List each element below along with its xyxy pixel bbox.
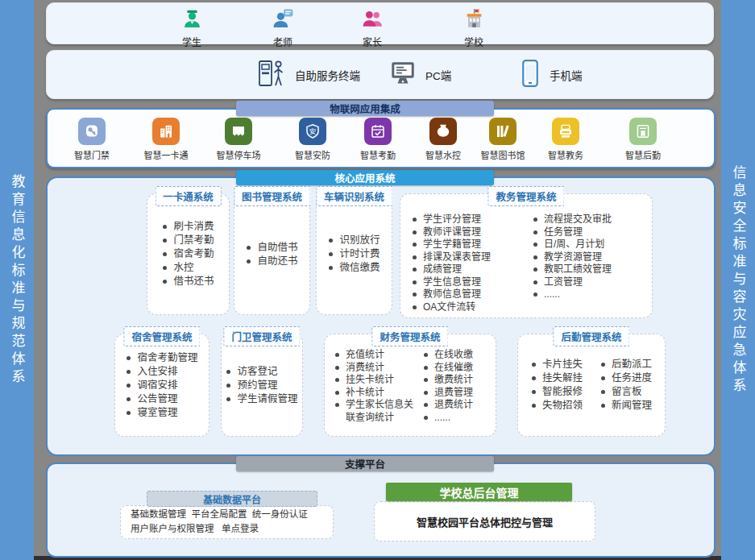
bullet-list-item: 在线催缴 [423,362,492,375]
bullet-list-item: 失物招领 [531,399,583,413]
school-icon [463,8,485,33]
iot-library: 智慧图书馆 [469,118,537,161]
bullet-list-item: ...... [533,288,645,301]
parking-icon [225,118,252,145]
iot-parking: 智慧停车场 [205,118,272,161]
iot-door-access-label: 智慧门禁 [74,148,110,161]
system-box-academic: 教务管理系统 学生评分管理教师评课管理学生学籍管理排课及课表管理成绩管理学生信息… [400,193,653,318]
bullet-list-item: 消费统计 [334,362,418,375]
bullet-list-item: 挂失解挂 [531,371,583,385]
bullet-list-item: 挂失卡统计 [334,374,418,387]
bullet-list-item: 教师评课管理 [412,226,525,239]
bullet-list-item: 教学资源管理 [533,251,645,264]
bullet-list-item: 访客登记 [226,365,297,379]
left-standards-label: 教育信息化标准与规范体系 [7,174,27,387]
system-box-vehicle-title: 车辆识别系统 [316,186,392,206]
student-icon [181,8,203,33]
bullet-list-item: 水控 [162,261,214,275]
bullet-list-item: 学生家长信息关联查询统计 [334,399,418,424]
iot-logistics: 智慧后勤 [609,118,677,161]
bullet-list-item: 任务进度 [600,371,652,385]
user-teacher: 老师 [247,8,319,48]
device-pc: PC端 [390,51,451,98]
core-systems-panel: 核心应用系统 一卡通系统 刷卡消费门禁考勤宿舍考勤水控借书还书 图书管理系统 自… [46,176,716,456]
iot-logistics-label: 智慧后勤 [625,148,661,161]
system-box-library-title: 图书管理系统 [234,186,310,206]
system-box-finance: 财务管理系统 充值统计消费统计挂失卡统计补卡统计学生家长信息关联查询统计 在线收… [324,334,496,437]
right-standards-label: 信息安全标准与容灾应急体系 [728,165,749,396]
user-student-label: 学生 [182,35,201,48]
bullet-list-item: 日/周、月计划 [533,239,645,251]
system-box-onecard: 一卡通系统 刷卡消费门禁考勤宿舍考勤水控借书还书 [147,193,230,315]
user-parents-label: 家长 [363,35,382,48]
academic-icon [552,118,579,145]
bullet-list-item: 调宿安排 [126,379,197,392]
iot-water-label: 智慧水控 [425,148,461,161]
attendance-icon [364,118,392,145]
base-data-platform-text: 基础数据管理 平台全局配置 统一身份认证 用户账户与权限管理 单点登录 [131,508,308,537]
bullet-list-item: 退费统计 [423,399,492,412]
bullet-list-item: 微信缴费 [328,261,380,275]
support-panel-title: 支撑平台 [236,456,494,471]
left-standards-bar: 教育信息化标准与规范体系 [0,0,34,560]
base-data-platform-title: 基础数据平台 [147,491,317,507]
user-parents: 家长 [336,8,409,48]
system-box-logistics: 后勤管理系统 卡片挂失挂失解挂智能报修失物招领 后勤派工任务进度留言板新闻管理 [517,334,666,437]
bullet-list-item: 预约管理 [226,379,297,392]
logistics-icon [629,118,657,145]
teacher-icon [272,8,294,33]
bullet-list-item: 寝室管理 [126,406,197,420]
iot-academic-label: 智慧教务 [548,148,583,161]
bullet-list-item: 教职工绩效管理 [533,263,645,276]
bullet-list-item: 借书还书 [162,275,214,288]
iot-attendance: 智慧考勤 [344,118,412,161]
system-box-logistics-title: 后勤管理系统 [553,326,629,346]
bullet-list-item: 新闻管理 [600,399,652,413]
iot-door-access: 智慧门禁 [58,118,126,161]
system-box-gatekeeper: 门卫管理系统 访客登记预约管理学生请假管理 [221,334,303,437]
desktop-icon [390,60,416,89]
bullet-list-item: 工资管理 [533,276,645,289]
system-box-gatekeeper-title: 门卫管理系统 [223,326,300,346]
bullet-list-item: 后勤派工 [600,358,652,371]
bullet-list-item: 教师信息管理 [412,288,525,301]
library-icon [489,118,516,145]
parents-icon [362,8,384,33]
bullet-list-item: 入住安排 [126,365,197,379]
user-school: 学校 [438,8,510,48]
onecard-icon [152,118,180,145]
system-box-finance-title: 财务管理系统 [371,326,448,346]
iot-parking-label: 智慧停车场 [217,148,261,161]
bullet-list-item: 宿舍考勤管理 [126,351,197,365]
support-platform-panel: 支撑平台 基础数据管理 平台全局配置 统一身份认证 用户账户与权限管理 单点登录… [46,463,716,558]
kiosk-icon [256,57,285,93]
iot-onecard: 智慧一卡通 [132,118,200,161]
bullet-list-item: 退费管理 [423,387,492,400]
bullet-list-item: 宿舍考勤 [162,247,214,261]
bullet-list-item: 在线收缴 [423,349,492,362]
bullet-list-item: OA文件流转 [412,301,525,314]
school-admin-title: 学校总后台管理 [386,483,572,501]
bullet-list-item: 刷卡消费 [162,220,214,234]
bullet-list-item: 流程提交及审批 [533,214,645,226]
device-kiosk: 自助服务终端 [256,51,360,98]
device-pc-label: PC端 [425,67,451,83]
phone-icon [521,59,540,91]
bullet-list-item: 学生信息管理 [412,276,525,289]
right-standards-bar: 信息安全标准与容灾应急体系 [721,0,755,560]
bullet-list-item: 排课及课表管理 [412,251,525,264]
core-panel-title: 核心应用系统 [236,170,494,185]
bullet-list-item: 自助还书 [246,255,297,268]
iot-library-label: 智慧图书馆 [481,148,525,161]
system-box-academic-title: 教务管理系统 [487,186,564,206]
door-access-icon [78,118,106,145]
iot-academic: 智慧教务 [532,118,599,161]
device-phone: 手机端 [521,51,583,98]
bullet-list-item: 任务管理 [533,226,645,239]
system-box-dormitory: 宿舍管理系统 宿舍考勤管理入住安排调宿安排公告管理寝室管理 [114,334,209,437]
iot-attendance-label: 智慧考勤 [360,148,396,161]
iot-water: 智慧水控 [409,118,477,161]
security-icon: 安 [299,118,326,145]
bullet-list-item: 学生评分管理 [412,214,525,226]
school-admin-text: 智慧校园平台总体把控与管理 [417,514,553,529]
